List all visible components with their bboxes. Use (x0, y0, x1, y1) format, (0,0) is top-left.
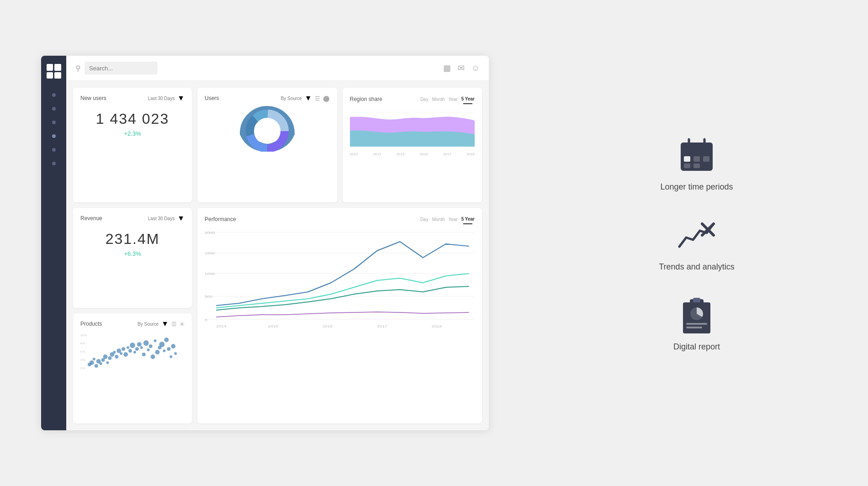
report-icon-wrapper (676, 295, 717, 336)
svg-point-64 (164, 338, 169, 342)
svg-text:0: 0 (205, 318, 207, 322)
svg-point-48 (128, 349, 132, 353)
svg-rect-84 (693, 164, 700, 168)
svg-point-55 (143, 340, 149, 346)
sidebar-nav-5[interactable] (52, 148, 56, 152)
svg-point-65 (167, 347, 170, 351)
region-tab-month[interactable]: Month (432, 97, 445, 102)
svg-point-57 (149, 344, 153, 348)
svg-point-5 (254, 118, 280, 144)
sidebar-nav-6[interactable] (52, 162, 56, 165)
perf-tab-5year[interactable]: 5 Year (461, 217, 475, 222)
sidebar-nav-1[interactable] (52, 93, 56, 97)
perf-time-tabs: Day Month Year 5 Year (420, 214, 475, 224)
svg-rect-91 (693, 298, 700, 302)
perf-tab-year[interactable]: Year (448, 217, 457, 222)
sidebar (41, 56, 66, 430)
svg-point-38 (106, 361, 109, 364)
svg-point-44 (120, 352, 122, 355)
new-users-value: 1 434 023 (80, 111, 185, 127)
feature-report-label: Digital report (673, 342, 720, 352)
svg-text:1500: 1500 (205, 251, 215, 255)
region-tab-year[interactable]: Year (448, 97, 457, 102)
filter-dropdown-icon2: ▼ (305, 94, 312, 102)
performance-title: Performance (205, 216, 236, 222)
products-dropdown-icon: ▼ (161, 320, 169, 328)
region-time-tabs: Day Month Year 5 Year (420, 94, 475, 104)
new-users-filter[interactable]: Last 30 Days (148, 96, 175, 101)
filter-dropdown-icon: ▼ (177, 94, 185, 102)
svg-point-47 (127, 346, 129, 349)
users-source-filter[interactable]: By Source (281, 96, 302, 101)
svg-rect-83 (684, 164, 690, 168)
users-source-header: Users By Source ▼ ☰ ⬤ (205, 94, 330, 102)
svg-rect-82 (703, 156, 709, 162)
sidebar-logo[interactable] (47, 64, 61, 79)
revenue-title: Revenue (80, 215, 102, 222)
svg-text:2 %: 2 % (80, 367, 85, 370)
list-view-icon[interactable]: ☰ (315, 95, 320, 102)
revenue-filter[interactable]: Last 30 Days (148, 216, 175, 221)
svg-point-50 (133, 351, 136, 354)
scatter-chart: 10 % 8 % 6 % 4 % 2 % (80, 332, 185, 373)
new-users-card: New users Last 30 Days ▼ 1 434 023 +2.3% (73, 88, 192, 202)
calendar-icon (678, 137, 715, 174)
revenue-change: +6.3% (80, 250, 185, 257)
svg-point-41 (113, 351, 116, 354)
region-area-chart: 2013 2014 2015 2016 2017 2018 (350, 108, 475, 149)
trends-icon (677, 217, 716, 254)
svg-point-45 (122, 347, 125, 351)
revenue-card: Revenue Last 30 Days ▼ 231.4M +6.3% (73, 208, 192, 308)
new-users-header: New users Last 30 Days ▼ (80, 94, 185, 102)
perf-tab-5year-wrapper: 5 Year (461, 214, 475, 224)
notification-icon[interactable]: ✉ (458, 63, 465, 73)
content-area: ⚲ ▦ ✉ ☺ New users Last 30 Days (66, 56, 489, 430)
sidebar-nav-4[interactable] (52, 134, 56, 138)
svg-text:2014: 2014 (216, 324, 226, 328)
svg-rect-81 (693, 156, 700, 162)
feature-trends-label: Trends and analytics (659, 262, 734, 272)
calendar-icon-wrapper (676, 135, 717, 176)
sidebar-nav-3[interactable] (52, 121, 56, 124)
products-filter[interactable]: By Source (138, 322, 159, 327)
perf-tab-day[interactable]: Day (420, 217, 429, 222)
topbar: ⚲ ▦ ✉ ☺ (66, 56, 489, 81)
svg-point-51 (135, 347, 139, 351)
chat-icon[interactable]: ▦ (443, 63, 451, 73)
feature-report: Digital report (673, 295, 720, 352)
svg-rect-93 (686, 323, 707, 325)
svg-point-60 (155, 350, 160, 354)
svg-point-46 (123, 352, 128, 357)
perf-tab-month[interactable]: Month (432, 217, 445, 222)
svg-point-35 (100, 362, 102, 365)
new-users-change: +2.3% (80, 130, 185, 137)
svg-point-39 (108, 356, 111, 360)
svg-text:6 %: 6 % (80, 350, 85, 353)
performance-card: Performance Day Month Year 5 Year (197, 208, 482, 423)
trends-icon-wrapper (676, 215, 717, 256)
search-input[interactable] (85, 62, 158, 74)
performance-chart: 2000 1500 1000 500 0 (205, 228, 475, 319)
region-x-labels: 2013 2014 2015 2016 2017 2018 (350, 152, 475, 156)
svg-text:2015: 2015 (268, 324, 278, 328)
svg-point-33 (95, 364, 98, 368)
svg-point-67 (171, 344, 175, 349)
feature-trends: Trends and analytics (659, 215, 734, 272)
dashboard-wrapper: ⚲ ▦ ✉ ☺ New users Last 30 Days (41, 56, 489, 430)
sidebar-nav-2[interactable] (52, 107, 56, 111)
svg-text:2000: 2000 (205, 231, 215, 235)
user-icon[interactable]: ☺ (471, 63, 480, 73)
products-list-icon[interactable]: ☰ (171, 321, 177, 328)
revenue-value: 231.4M (80, 231, 185, 248)
region-tab-day[interactable]: Day (420, 97, 429, 102)
products-card: Products By Source ▼ ☰ ⚹ 10 % 8 % (73, 313, 192, 423)
donut-chart (205, 106, 330, 152)
svg-point-63 (163, 349, 165, 352)
donut-view-icon[interactable]: ⬤ (323, 95, 330, 102)
products-controls: By Source ▼ ☰ ⚹ (138, 320, 185, 328)
revenue-header: Revenue Last 30 Days ▼ (80, 214, 185, 222)
performance-header: Performance Day Month Year 5 Year (205, 214, 475, 224)
svg-rect-80 (684, 156, 690, 162)
region-tab-5year[interactable]: 5 Year (461, 96, 475, 101)
products-chart-icon[interactable]: ⚹ (180, 320, 185, 328)
